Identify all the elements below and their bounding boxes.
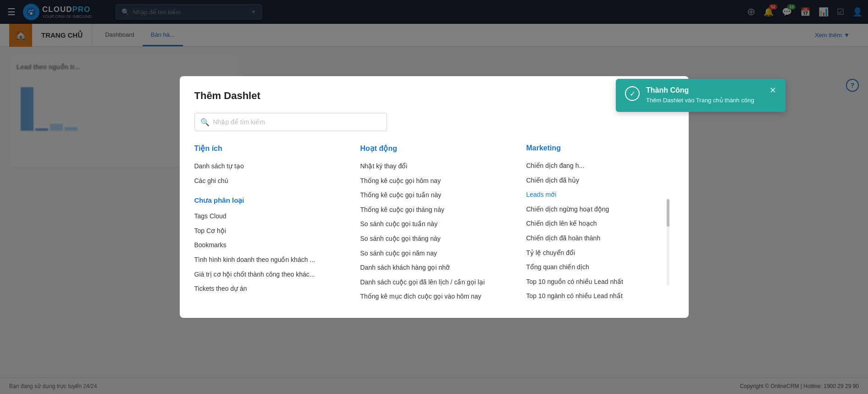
- success-toast: ✓ Thành Công Thêm Dashlet vào Trang chủ …: [616, 79, 785, 112]
- modal-search-bar[interactable]: 🔍: [194, 113, 387, 131]
- add-dashlet-modal: Thêm Dashlet ✕ 🔍 Tiện ích Danh sách tự t…: [180, 76, 689, 318]
- column-heading-tien-ich: Tiện ích: [194, 144, 342, 153]
- list-item[interactable]: Top 10 nguồn có nhiều Lead nhất: [526, 275, 674, 289]
- list-item[interactable]: Chiến dịch đã hủy: [526, 173, 674, 188]
- list-item[interactable]: Tình hình kinh doanh theo nguồn khách ..…: [194, 253, 342, 267]
- list-item-leads-moi[interactable]: Leads mới: [526, 188, 674, 202]
- modal-columns: Tiện ích Danh sách tự tạo Các ghi chú Ch…: [194, 144, 674, 304]
- list-item[interactable]: Nhật ký thay đổi: [360, 159, 508, 174]
- list-item[interactable]: Thống kê cuộc gọi tuần này: [360, 188, 508, 203]
- toast-close-button[interactable]: ✕: [769, 86, 776, 94]
- list-item[interactable]: Top Cơ hội: [194, 224, 342, 239]
- modal-search-icon: 🔍: [200, 118, 210, 127]
- modal-header: Thêm Dashlet ✕: [194, 90, 674, 102]
- list-item[interactable]: Tags Cloud: [194, 209, 342, 224]
- list-item[interactable]: Danh sách khách hàng gọi nhỡ: [360, 261, 508, 275]
- list-item[interactable]: Thống kê cuộc gọi hôm nay: [360, 174, 508, 189]
- modal-column-tien-ich: Tiện ích Danh sách tự tạo Các ghi chú Ch…: [194, 144, 342, 304]
- modal-title: Thêm Dashlet: [194, 90, 260, 102]
- toast-success-icon: ✓: [625, 86, 640, 101]
- list-item[interactable]: Giá trị cơ hội chốt thành công theo khác…: [194, 267, 342, 282]
- list-item[interactable]: Tổng quan chiến dịch: [526, 260, 674, 275]
- toast-title: Thành Công: [646, 86, 763, 94]
- list-item[interactable]: Thống kê cuộc gọi tháng này: [360, 203, 508, 217]
- modal-column-hoat-dong: Hoạt động Nhật ký thay đổi Thống kê cuộc…: [360, 144, 508, 304]
- section-heading-chua-phan-loai: Chưa phân loại: [194, 196, 342, 205]
- modal-overlay: Thêm Dashlet ✕ 🔍 Tiện ích Danh sách tự t…: [0, 0, 868, 394]
- list-item[interactable]: Tickets theo dự án: [194, 282, 342, 296]
- list-item[interactable]: Danh sách tự tạo: [194, 159, 342, 174]
- modal-column-marketing: Marketing Chiến dịch đang h... Chiến dịc…: [526, 144, 674, 304]
- list-item[interactable]: Top 10 ngành có nhiều Lead nhất: [526, 289, 674, 304]
- list-item[interactable]: Chiến dịch lên kế hoạch: [526, 216, 674, 231]
- column-heading-hoat-dong: Hoạt động: [360, 144, 508, 153]
- list-item[interactable]: So sánh cuộc gọi tuần này: [360, 217, 508, 232]
- list-item[interactable]: Các ghi chú: [194, 174, 342, 189]
- list-item[interactable]: Chiến dịch đang h...: [526, 159, 674, 173]
- list-item[interactable]: So sánh cuộc gọi năm nay: [360, 246, 508, 261]
- list-item[interactable]: Danh sách cuộc gọi đã lên lịch / cần gọi…: [360, 275, 508, 290]
- modal-search-input[interactable]: [213, 118, 381, 126]
- list-item[interactable]: Chiến dịch đã hoàn thành: [526, 231, 674, 246]
- list-item[interactable]: Tỷ lệ chuyển đổi: [526, 246, 674, 261]
- scrollbar-thumb: [667, 199, 669, 227]
- list-item[interactable]: Chiến dịch ngừng hoạt động: [526, 202, 674, 217]
- list-item[interactable]: Thống kê mục đích cuộc gọi vào hôm nay: [360, 289, 508, 304]
- toast-content: Thành Công Thêm Dashlet vào Trang chủ th…: [646, 86, 763, 105]
- toast-message: Thêm Dashlet vào Trang chủ thành công: [646, 96, 763, 105]
- column-heading-marketing: Marketing: [526, 144, 674, 152]
- list-item[interactable]: Bookmarks: [194, 238, 342, 253]
- scrollbar[interactable]: [667, 199, 669, 286]
- list-item[interactable]: So sánh cuộc gọi tháng này: [360, 232, 508, 246]
